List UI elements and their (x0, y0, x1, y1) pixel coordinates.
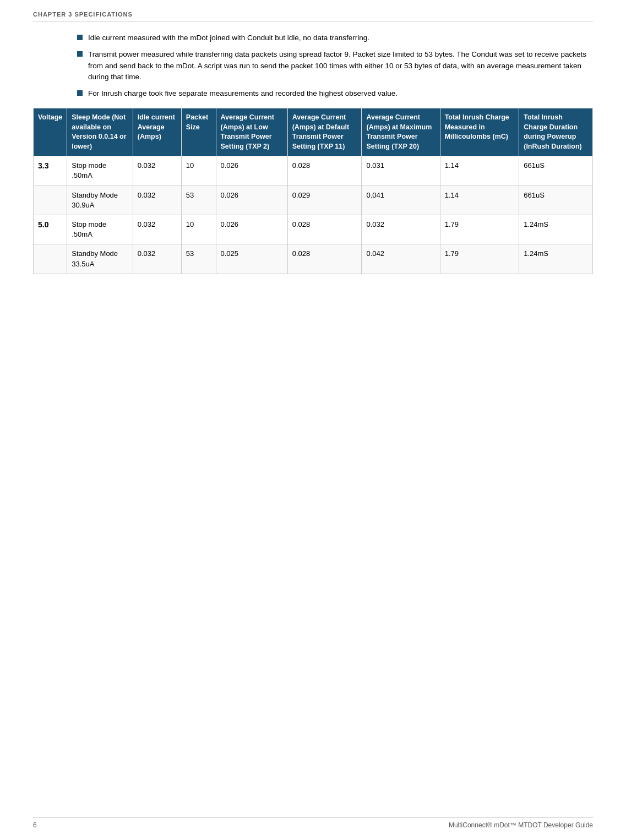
cell-sleep-mode: Stop mode .50mA (67, 156, 133, 186)
cell-idle-current: 0.032 (133, 186, 181, 215)
page-footer: 6 MultiConnect® mDot™ MTDOT Developer Gu… (33, 817, 593, 829)
cell-idle-current: 0.032 (133, 244, 181, 274)
chapter-header: CHAPTER 3 SPECIFICATIONS (33, 11, 593, 21)
cell-idle-current: 0.032 (133, 215, 181, 244)
cell-voltage (34, 244, 67, 274)
cell-sleep-mode: Stop mode .50mA (67, 215, 133, 244)
col-sleep-mode: Sleep Mode (Not available on Version 0.0… (67, 108, 133, 156)
footer-trademark: ™ (510, 821, 516, 829)
cell-inrush-charge: 1.79 (440, 215, 519, 244)
table-header-row: Voltage Sleep Mode (Not available on Ver… (34, 108, 593, 156)
col-inrush-charge: Total Inrush Charge Measured in Millicou… (440, 108, 519, 156)
bullet-icon-1 (77, 35, 83, 40)
cell-avg-low: 0.026 (216, 186, 287, 215)
table-body: 3.3Stop mode .50mA0.032100.0260.0280.031… (34, 156, 593, 274)
cell-avg-default: 0.028 (287, 156, 362, 186)
bullet-text-3: For Inrush charge took five separate mea… (88, 88, 593, 99)
col-avg-low: Average Current (Amps) at Low Transmit P… (216, 108, 287, 156)
col-inrush-duration: Total Inrush Charge Duration during Powe… (519, 108, 593, 156)
table-row: Standby Mode 30.9uA0.032530.0260.0290.04… (34, 186, 593, 215)
bullet-icon-3 (77, 90, 83, 96)
cell-voltage (34, 186, 67, 215)
cell-avg-default: 0.028 (287, 215, 362, 244)
cell-avg-max: 0.031 (362, 156, 440, 186)
cell-inrush-charge: 1.14 (440, 156, 519, 186)
cell-packet-size: 53 (181, 186, 216, 215)
table-row: Standby Mode 33.5uA0.032530.0250.0280.04… (34, 244, 593, 274)
cell-avg-default: 0.029 (287, 186, 362, 215)
bullet-icon-2 (77, 51, 83, 57)
col-avg-max: Average Current (Amps) at Maximum Transm… (362, 108, 440, 156)
cell-packet-size: 53 (181, 244, 216, 274)
cell-avg-low: 0.026 (216, 156, 287, 186)
cell-voltage: 3.3 (34, 156, 67, 186)
footer-guide: MTDOT Developer Guide (516, 821, 593, 829)
bullet-item-3: For Inrush charge took five separate mea… (77, 88, 593, 99)
cell-inrush-duration: 1.24mS (519, 244, 593, 274)
cell-inrush-duration: 661uS (519, 186, 593, 215)
cell-packet-size: 10 (181, 156, 216, 186)
footer-product-info: MultiConnect® mDot™ MTDOT Developer Guid… (449, 821, 593, 829)
cell-voltage: 5.0 (34, 215, 67, 244)
cell-avg-max: 0.041 (362, 186, 440, 215)
cell-inrush-charge: 1.14 (440, 186, 519, 215)
cell-avg-max: 0.042 (362, 244, 440, 274)
bullet-section: Idle current measured with the mDot join… (77, 32, 593, 99)
cell-inrush-duration: 1.24mS (519, 215, 593, 244)
col-voltage: Voltage (34, 108, 67, 156)
col-packet-size: Packet Size (181, 108, 216, 156)
table-row: 5.0Stop mode .50mA0.032100.0260.0280.032… (34, 215, 593, 244)
cell-avg-max: 0.032 (362, 215, 440, 244)
bullet-item-1: Idle current measured with the mDot join… (77, 32, 593, 43)
footer-page-number: 6 (33, 821, 37, 829)
bullet-text-1: Idle current measured with the mDot join… (88, 32, 593, 43)
cell-packet-size: 10 (181, 215, 216, 244)
table-row: 3.3Stop mode .50mA0.032100.0260.0280.031… (34, 156, 593, 186)
specifications-table: Voltage Sleep Mode (Not available on Ver… (33, 108, 593, 274)
cell-inrush-duration: 661uS (519, 156, 593, 186)
footer-product2: mDot (492, 821, 510, 829)
cell-sleep-mode: Standby Mode 30.9uA (67, 186, 133, 215)
col-avg-default: Average Current (Amps) at Default Transm… (287, 108, 362, 156)
cell-avg-default: 0.028 (287, 244, 362, 274)
cell-avg-low: 0.026 (216, 215, 287, 244)
bullet-text-2: Transmit power measured while transferri… (88, 49, 593, 83)
footer-product: MultiConnect (449, 821, 487, 829)
page-wrapper: CHAPTER 3 SPECIFICATIONS Idle current me… (0, 0, 626, 307)
cell-avg-low: 0.025 (216, 244, 287, 274)
cell-inrush-charge: 1.79 (440, 244, 519, 274)
cell-idle-current: 0.032 (133, 156, 181, 186)
footer-registered: ® (487, 821, 492, 829)
bullet-item-2: Transmit power measured while transferri… (77, 49, 593, 83)
chapter-title: CHAPTER 3 SPECIFICATIONS (33, 11, 133, 18)
cell-sleep-mode: Standby Mode 33.5uA (67, 244, 133, 274)
col-idle-current: Idle current Average (Amps) (133, 108, 181, 156)
